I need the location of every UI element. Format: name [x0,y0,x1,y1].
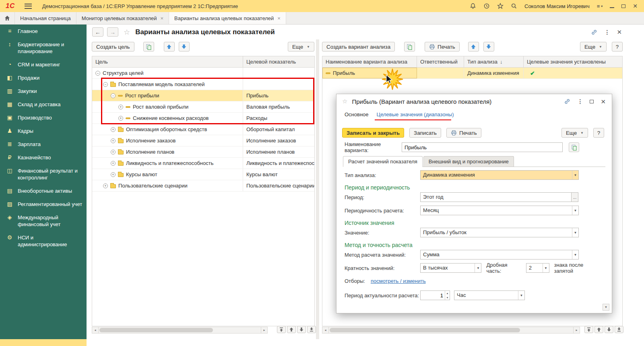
sidebar-item-finresult[interactable]: ◫Финансовый результат и контроллинг [0,164,87,184]
move-up-button[interactable] [468,42,479,51]
nav-tab-main[interactable]: Основное [345,111,369,117]
spin-down-icon[interactable]: ▼ [445,295,450,300]
expander-icon[interactable]: + [103,183,108,188]
window-maximize-button[interactable] [621,4,625,8]
go-prev-button[interactable] [594,326,603,333]
goal-row[interactable]: +Рост валовой прибылиВаловая прибыль [92,101,314,113]
search-icon[interactable] [511,3,517,9]
multiplicity-combo[interactable]: В тысячах▼ [420,263,481,273]
goal-row[interactable]: +Ликвидность и платежеспособностьЛиквидн… [92,158,314,169]
expander-icon[interactable]: + [118,116,123,121]
close-tab-icon[interactable]: × [277,16,281,21]
goal-row[interactable]: +Пользовательские сценарииПользовательск… [92,180,314,192]
dialog-maximize-button[interactable] [590,100,594,103]
expander-icon[interactable]: − [111,93,116,98]
tab[interactable]: Варианты анализа целевых показателей× [169,12,286,24]
goal-row[interactable]: +Снижение косвенных расходовРасходы [92,113,314,124]
method-combo[interactable]: Сумма▼ [420,250,579,260]
sidebar-item-hr[interactable]: ♟Кадры [0,124,87,138]
combo-arrow-icon[interactable]: ▼ [518,291,524,300]
settings-menu-icon[interactable]: ≡▾ [597,3,603,9]
notifications-bell-icon[interactable] [470,3,476,9]
nav-tab-target-values[interactable]: Целевые значения (диапазоны) [377,111,454,117]
goals-more-button[interactable]: Еще▼ [288,42,314,51]
copy-goal-button[interactable] [143,42,154,51]
window-close-button[interactable]: ✕ [633,3,638,9]
column-header-values-set[interactable]: Целевые значения установлены [524,56,622,67]
variant-row[interactable]: ПрибыльДинамика изменения✔ [322,68,622,79]
goals-hscrollbar[interactable]: ◂ ▸ [92,327,268,334]
dialog-scroll-down-button[interactable]: ▼ [603,304,609,311]
back-button[interactable]: ← [92,27,103,37]
save-and-close-button[interactable]: Записать и закрыть [342,128,404,138]
save-button[interactable]: Записать [409,128,441,138]
sidebar-item-budgeting[interactable]: ↕Бюджетирование и планирование [0,38,87,58]
print-button[interactable]: Печать [425,42,460,51]
goal-row[interactable]: −Структура целей [92,68,314,79]
combo-arrow-icon[interactable]: ▼ [572,206,578,215]
expander-icon[interactable]: + [111,150,116,154]
variants-more-button[interactable]: Еще▼ [580,42,607,51]
expander-icon[interactable]: + [111,172,116,177]
copy-variant-button[interactable] [404,42,415,51]
periodicity-combo[interactable]: Месяц▼ [420,206,579,215]
sidebar-item-ifrs[interactable]: ◈Международный финансовый учет [0,211,87,231]
get-link-icon[interactable] [564,98,570,105]
goal-row[interactable]: +Исполнение плановИсполнение планов [92,146,314,158]
tab[interactable]: Начальная страница [15,12,76,24]
sidebar-item-assets[interactable]: ▤Внеоборотные активы [0,184,87,198]
move-down-button[interactable] [483,42,494,51]
sidebar-item-salary[interactable]: ≣Зарплата [0,138,87,151]
close-form-icon[interactable]: ✕ [617,29,622,35]
sidebar-item-regulated[interactable]: ▨Регламентированный учет [0,198,87,211]
scroll-left-icon[interactable]: ◂ [322,327,329,334]
dialog-close-button[interactable]: ✕ [601,99,606,105]
variants-hscrollbar[interactable]: ◂ ▸ [322,327,580,334]
go-prev-button[interactable] [287,326,296,333]
create-goal-button[interactable]: Создать цель [92,42,134,51]
scroll-right-icon[interactable]: ▸ [261,327,268,334]
sidebar-item-treasury[interactable]: ₽Казначейство [0,151,87,164]
dialog-help-button[interactable]: ? [593,128,604,138]
column-header-goal[interactable]: Цель [92,56,243,67]
fraction-combo[interactable]: 2▼ [526,263,549,273]
actuality-spinner[interactable]: ▲▼ [420,290,450,300]
open-related-button[interactable] [569,142,579,152]
go-next-button[interactable] [605,326,613,333]
scroll-left-icon[interactable]: ◂ [92,327,99,334]
go-last-button[interactable] [615,326,623,333]
dialog-more-button[interactable]: Еще▼ [561,128,588,138]
sidebar-item-production[interactable]: ▣Производство [0,111,87,124]
goal-row[interactable]: +Исполнение заказовИсполнение заказов [92,135,314,146]
combo-arrow-icon[interactable]: ▼ [475,264,481,272]
help-button[interactable]: ? [612,42,623,51]
go-last-button[interactable] [307,326,316,333]
create-variant-button[interactable]: Создать вариант анализа [322,42,395,51]
column-header-responsible[interactable]: Ответственный [417,56,464,67]
tab[interactable]: Монитор целевых показателей× [76,12,169,24]
value-combo[interactable]: Прибыль / убыток▼ [420,228,579,237]
move-up-button[interactable] [164,42,175,51]
forward-button[interactable]: → [107,27,118,37]
home-tab[interactable] [0,12,15,24]
goal-row[interactable]: +Курсы валютКурсы валют [92,169,314,180]
analysis-type-combo[interactable]: Динамика изменения▼ [420,170,579,180]
period-choose-button[interactable]: ... [571,192,578,202]
main-menu-icon[interactable] [25,4,32,9]
tab-appearance-forecast[interactable]: Внешний вид и прогнозирование [423,156,514,167]
go-next-button[interactable] [297,326,306,333]
spin-up-icon[interactable]: ▲ [445,291,450,295]
combo-arrow-icon[interactable]: ▼ [572,250,578,259]
close-tab-icon[interactable]: × [161,16,164,21]
variant-name-input[interactable] [402,142,563,152]
go-first-button[interactable] [277,326,286,333]
sidebar-item-nsi[interactable]: ⚙НСИ и администрирование [0,231,87,251]
column-header-indicator[interactable]: Целевой показатель [243,56,314,67]
window-minimize-button[interactable] [610,4,614,8]
goal-row[interactable]: −Рост прибылиПрибыль [92,90,314,101]
goal-row[interactable]: +Оптимизация оборотных средствОборотный … [92,124,314,135]
move-down-button[interactable] [179,42,190,51]
scroll-thumb[interactable] [99,328,213,332]
expander-icon[interactable]: + [118,105,123,109]
expander-icon[interactable]: − [95,71,100,76]
